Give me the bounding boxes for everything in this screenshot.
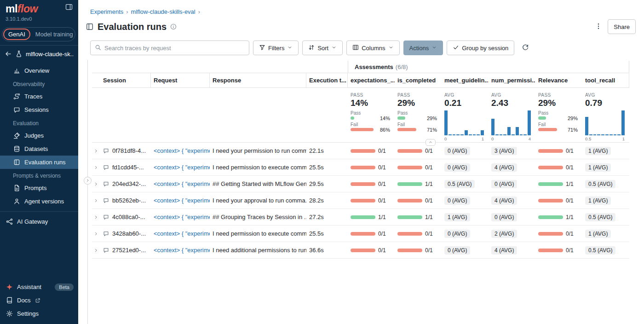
breadcrumb-experiments[interactable]: Experiments (90, 8, 123, 15)
response-cell: I need your approval to run comma... (210, 197, 306, 204)
avg-value-pill: 0.5 (AVG) (585, 180, 615, 188)
search-input[interactable] (104, 45, 245, 52)
metric-cell-fail: 0/1 (348, 197, 395, 204)
sidebar-item-ai-gateway[interactable]: AI Gateway (0, 215, 78, 228)
expand-row-button[interactable] (92, 181, 100, 187)
share-button[interactable]: Share (608, 19, 636, 34)
table-row[interactable]: bb5262eb-... <context> { "experime I nee… (92, 192, 629, 209)
column-header-num-permissi[interactable]: num_permissi... (489, 73, 535, 87)
genai-toggle[interactable]: GenAI (3, 29, 30, 40)
columns-button[interactable]: Columns (346, 40, 399, 55)
expand-row-button[interactable] (92, 198, 100, 203)
column-header-session[interactable]: Session (100, 73, 151, 87)
table-row[interactable]: 27521ed0-... <context> { "experime I nee… (92, 242, 629, 259)
sidebar-item-judges[interactable]: Judges (0, 129, 78, 142)
sidebar-item-agent-versions[interactable]: Agent versions (0, 195, 78, 208)
request-cell[interactable]: <context> { "experime (151, 214, 210, 220)
info-icon[interactable] (170, 23, 177, 30)
execution-time-cell: 25.5s (306, 230, 348, 237)
sidebar-item-sessions[interactable]: Sessions (0, 103, 78, 116)
refresh-icon (522, 44, 529, 52)
column-header-response[interactable]: Response (210, 73, 306, 87)
fail-legend-bar: 71% (397, 127, 437, 132)
column-header-execution-t[interactable]: Execution t... (306, 73, 348, 87)
expand-row-button[interactable] (92, 248, 100, 253)
session-cell[interactable]: 4c088ca0-... (100, 214, 151, 220)
metric-cell-pass: 1/1 (395, 214, 442, 220)
logo-flow-text: flow (17, 3, 38, 15)
stat-label: PASS (397, 93, 437, 98)
sort-icon (308, 44, 315, 52)
breadcrumb-experiment-name[interactable]: mlflow-claude-skills-eval (131, 8, 196, 15)
expand-row-button[interactable] (92, 214, 100, 220)
sidebar-collapse-button[interactable] (65, 3, 73, 12)
session-cell[interactable]: 0f781df8-4... (100, 147, 151, 154)
refresh-button[interactable] (522, 44, 529, 52)
request-cell[interactable]: <context> { "experime (151, 197, 210, 204)
column-header-relevance[interactable]: Relevance (535, 73, 582, 87)
session-cell[interactable]: 204ed342-... (100, 180, 151, 187)
sidebar-footer: AssistantBeta Docs Settings (0, 280, 78, 324)
table-row[interactable]: 204ed342-... <context> { "experime ## Ge… (92, 176, 629, 192)
avg-value-pill: 0 (AVG) (444, 197, 470, 205)
expand-row-button[interactable] (92, 148, 100, 154)
histogram-axis: 0.51 (585, 136, 625, 141)
column-header-is-completed[interactable]: is_completed (395, 73, 442, 87)
overflow-menu-button[interactable] (595, 23, 602, 31)
response-cell: I need permission to execute comm... (210, 230, 306, 237)
sidebar-item-prompts[interactable]: Prompts (0, 181, 78, 195)
fail-legend-bar: 71% (538, 127, 578, 132)
table-row[interactable]: fd1cdd45-... <context> { "experime I nee… (92, 159, 629, 176)
column-header-request[interactable]: Request (151, 73, 210, 87)
evaluation-runs-page-icon (86, 23, 94, 31)
sidebar-item-assistant[interactable]: AssistantBeta (0, 280, 78, 294)
request-cell[interactable]: <context> { "experime (151, 164, 210, 171)
expand-row-button[interactable] (92, 231, 100, 237)
column-header-tool-recall[interactable]: tool_recall (582, 73, 629, 87)
back-arrow-icon[interactable] (5, 50, 12, 58)
table-row[interactable]: 4c088ca0-... <context> { "experime ## Gr… (92, 209, 629, 226)
avg-value-pill: 4 (AVG) (491, 197, 517, 205)
table-row[interactable]: 0f781df8-4... <context> { "experime I ne… (92, 143, 629, 159)
filters-button[interactable]: Filters (253, 40, 299, 55)
metric-value: 0/1 (425, 148, 433, 154)
session-cell[interactable]: bb5262eb-... (100, 197, 151, 204)
sidebar-item-traces[interactable]: Traces (0, 90, 78, 103)
filter-icon (259, 44, 265, 52)
metric-cell-fail: 0/1 (395, 197, 442, 204)
summary-tool-recall: AVG 0.79 0.51 (582, 93, 629, 141)
sidebar-item-datasets[interactable]: Datasets (0, 142, 78, 156)
response-cell: I need additional permissions to run... (210, 247, 306, 254)
request-cell[interactable]: <context> { "experime (151, 247, 210, 254)
sidebar-item-evaluation-runs[interactable]: Evaluation runs (0, 156, 78, 169)
column-header-meet-guidelin[interactable]: meet_guidelin... (442, 73, 489, 87)
expand-row-button[interactable] (92, 165, 100, 170)
columns-label: Columns (362, 45, 385, 52)
session-cell[interactable]: 3428ab60-... (100, 230, 151, 237)
session-cell[interactable]: fd1cdd45-... (100, 164, 151, 171)
sidebar-item-settings[interactable]: Settings (0, 307, 78, 320)
actions-button[interactable]: Actions (403, 40, 443, 55)
collapse-summary-button[interactable] (426, 139, 436, 146)
sidebar-item-docs[interactable]: Docs (0, 294, 78, 307)
metric-cell-avg: 4 (AVG) (489, 246, 535, 255)
request-cell[interactable]: <context> { "experime (151, 147, 210, 154)
metric-cell-avg: 0.5 (AVG) (582, 246, 629, 255)
model-training-toggle[interactable]: Model training (30, 29, 78, 40)
sort-button[interactable]: Sort (302, 40, 343, 55)
panel-expand-handle[interactable] (84, 177, 92, 185)
sidebar-item-label: Traces (24, 93, 42, 100)
group-by-session-button[interactable]: Group by session (447, 40, 514, 55)
experiment-selector[interactable]: mlflow-claude-sk... (0, 45, 78, 62)
kebab-icon (595, 23, 602, 31)
datasets-icon (13, 145, 20, 153)
request-cell[interactable]: <context> { "experime (151, 180, 210, 187)
metric-value: 0/1 (378, 231, 386, 237)
sidebar-item-overview[interactable]: Overview (0, 64, 78, 77)
column-header-expectations[interactable]: expectations_... (348, 73, 395, 87)
table-row[interactable]: 3428ab60-... <context> { "experime I nee… (92, 226, 629, 242)
sidebar-item-label: Sessions (24, 106, 49, 113)
request-cell[interactable]: <context> { "experime (151, 230, 210, 237)
session-cell[interactable]: 27521ed0-... (100, 247, 151, 254)
execution-time-cell: 28.2s (306, 197, 348, 204)
